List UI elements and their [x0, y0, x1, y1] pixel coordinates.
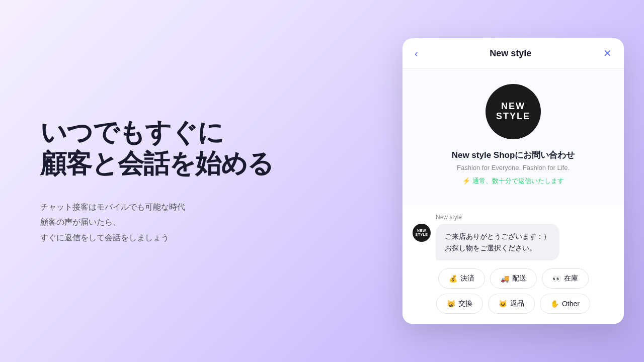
- message-section: New style NEW STYLE ご来店ありがとうございます：） お探し物…: [403, 206, 624, 324]
- quick-reply-emoji-4: 🐱: [499, 300, 507, 308]
- chat-window: ‹ New style ✕ NEW STYLE New style Shopにお…: [403, 38, 624, 324]
- avatar: NEW STYLE: [413, 224, 431, 242]
- quick-reply-emoji-1: 🚚: [501, 275, 509, 283]
- chat-body: NEW STYLE New style Shopにお問い合わせ Fashion …: [403, 69, 624, 206]
- message-row: NEW STYLE ご来店ありがとうございます：） お探し物をご選択ください。: [413, 224, 614, 260]
- logo-style: STYLE: [496, 112, 530, 122]
- quick-reply-5[interactable]: ✋Other: [540, 294, 590, 314]
- avatar-style: STYLE: [415, 233, 428, 237]
- quick-reply-emoji-0: 💰: [449, 275, 457, 283]
- bubble-line2: お探し物をご選択ください。: [445, 242, 550, 253]
- quick-replies: 💰決済🚚配送👀在庫😸交換🐱返品✋Other: [413, 268, 614, 314]
- quick-reply-4[interactable]: 🐱返品: [488, 294, 535, 314]
- logo-circle: NEW STYLE: [486, 84, 541, 139]
- subtext-line1: チャット接客はモバイルでも可能な時代: [40, 200, 352, 215]
- left-panel: いつでもすぐに 顧客と会話を始める チャット接客はモバイルでも可能な時代 顧客の…: [0, 86, 392, 276]
- shop-name: New style Shopにお問い合わせ: [415, 149, 612, 161]
- quick-reply-label-2: 在庫: [564, 274, 578, 283]
- lightning-icon: ⚡: [462, 177, 470, 185]
- back-button[interactable]: ‹: [415, 48, 418, 59]
- chat-header: ‹ New style ✕: [403, 38, 624, 69]
- quick-reply-emoji-5: ✋: [550, 300, 559, 308]
- response-time-text: 通常、数十分で返信いたします: [472, 177, 564, 185]
- quick-reply-label-1: 配送: [512, 274, 526, 283]
- sender-label: New style: [436, 214, 614, 221]
- avatar-new: NEW: [417, 229, 426, 233]
- right-panel: ‹ New style ✕ NEW STYLE New style Shopにお…: [392, 23, 644, 339]
- shop-logo: NEW STYLE: [415, 84, 612, 139]
- quick-reply-3[interactable]: 😸交換: [436, 294, 483, 314]
- response-time: ⚡ 通常、数十分で返信いたします: [415, 176, 612, 186]
- quick-reply-0[interactable]: 💰決済: [438, 268, 485, 289]
- quick-reply-label-0: 決済: [460, 274, 474, 283]
- main-heading: いつでもすぐに 顧客と会話を始める: [40, 117, 352, 179]
- chat-title: New style: [490, 48, 531, 59]
- shop-tagline: Fashion for Everyone. Fashion for Life.: [415, 164, 612, 171]
- subtext-line2: 顧客の声が届いたら、: [40, 215, 352, 230]
- quick-reply-1[interactable]: 🚚配送: [490, 268, 537, 289]
- quick-reply-emoji-2: 👀: [552, 275, 561, 283]
- quick-reply-label-4: 返品: [510, 299, 524, 308]
- quick-reply-2[interactable]: 👀在庫: [542, 268, 589, 289]
- bubble-line1: ご来店ありがとうございます：）: [445, 231, 550, 242]
- heading-line1: いつでもすぐに: [40, 118, 223, 147]
- subtext-line3: すぐに返信をして会話をしましょう: [40, 230, 352, 245]
- quick-reply-emoji-3: 😸: [447, 300, 455, 308]
- message-bubble: ご来店ありがとうございます：） お探し物をご選択ください。: [436, 224, 559, 260]
- close-button[interactable]: ✕: [603, 47, 612, 59]
- quick-reply-label-5: Other: [562, 300, 580, 308]
- logo-new: NEW: [501, 102, 525, 112]
- heading-line2: 顧客と会話を始める: [40, 149, 273, 178]
- quick-reply-label-3: 交換: [458, 299, 472, 308]
- sub-text: チャット接客はモバイルでも可能な時代 顧客の声が届いたら、 すぐに返信をして会話…: [40, 200, 352, 245]
